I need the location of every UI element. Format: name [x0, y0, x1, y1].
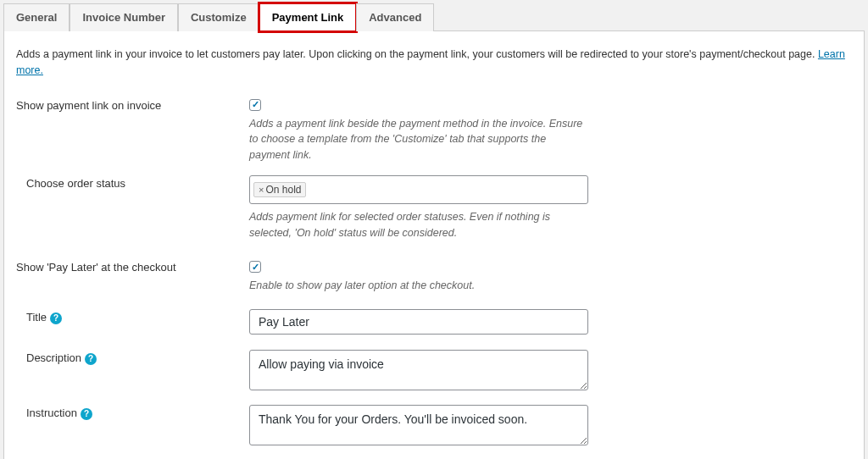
- order-status-select[interactable]: ×On hold: [249, 175, 588, 204]
- row-show-payment-link: Show payment link on invoice Adds a paym…: [16, 97, 852, 163]
- label-show-payment-link: Show payment link on invoice: [16, 97, 249, 112]
- textarea-description[interactable]: [249, 350, 588, 390]
- tag-on-hold[interactable]: ×On hold: [253, 182, 306, 197]
- tab-advanced[interactable]: Advanced: [356, 3, 434, 31]
- label-title: Title?: [16, 309, 249, 324]
- row-order-status: Choose order status ×On hold Adds paymen…: [16, 175, 852, 241]
- label-order-status: Choose order status: [16, 175, 249, 190]
- textarea-instruction[interactable]: [249, 405, 588, 445]
- checkbox-pay-later-checkout[interactable]: [249, 261, 261, 273]
- desc-order-status: Adds payment link for selected order sta…: [249, 209, 588, 241]
- tab-bar: General Invoice Number Customize Payment…: [3, 3, 865, 31]
- tag-label: On hold: [265, 184, 301, 196]
- tab-invoice-number[interactable]: Invoice Number: [70, 3, 178, 31]
- label-description: Description?: [16, 350, 249, 365]
- desc-show-payment-link: Adds a payment link beside the payment m…: [249, 116, 588, 163]
- help-icon[interactable]: ?: [81, 408, 92, 420]
- row-instruction: Instruction?: [16, 405, 852, 448]
- label-pay-later-checkout: Show 'Pay Later' at the checkout: [16, 259, 249, 274]
- tab-payment-link[interactable]: Payment Link: [259, 3, 357, 31]
- help-icon[interactable]: ?: [50, 312, 62, 324]
- row-pay-later-checkout: Show 'Pay Later' at the checkout Enable …: [16, 259, 852, 294]
- desc-pay-later-checkout: Enable to show pay later option at the c…: [249, 278, 588, 294]
- help-icon[interactable]: ?: [85, 353, 97, 365]
- tab-customize[interactable]: Customize: [178, 3, 259, 31]
- checkbox-show-payment-link[interactable]: [249, 99, 261, 111]
- row-description: Description?: [16, 350, 852, 393]
- tab-general[interactable]: General: [3, 3, 70, 31]
- intro-text: Adds a payment link in your invoice to l…: [16, 47, 852, 79]
- input-title[interactable]: [249, 309, 588, 335]
- close-icon[interactable]: ×: [259, 185, 264, 195]
- row-title: Title?: [16, 309, 852, 335]
- settings-panel: Adds a payment link in your invoice to l…: [3, 30, 865, 459]
- intro-body: Adds a payment link in your invoice to l…: [16, 48, 818, 60]
- label-instruction: Instruction?: [16, 405, 249, 420]
